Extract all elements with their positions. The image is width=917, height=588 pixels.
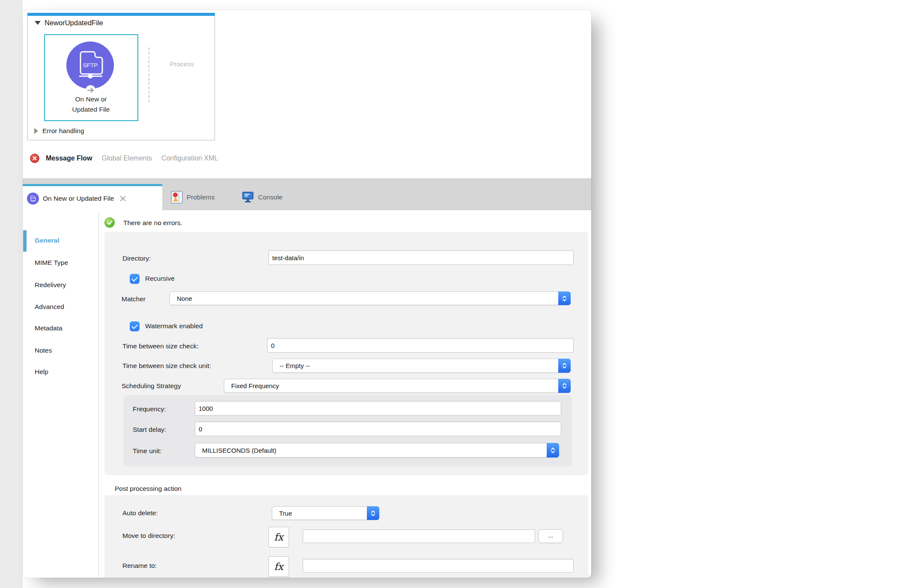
sidebar-item-advanced[interactable]: Advanced xyxy=(35,303,64,311)
tab-label: On New or Updated File xyxy=(43,195,114,202)
flow-canvas-container: NeworUpdatedFile SFTP On New or xyxy=(27,13,215,140)
process-section-label: Process xyxy=(154,60,210,68)
sidebar-item-redelivery[interactable]: Redelivery xyxy=(35,281,66,289)
recursive-checkbox[interactable] xyxy=(130,274,140,284)
chevron-up-down-icon xyxy=(558,379,571,393)
sftp-node-circle: SFTP xyxy=(66,42,114,89)
general-settings-panel: Directory: Recursive Matcher None Waterm… xyxy=(104,232,588,475)
directory-label: Directory: xyxy=(122,255,151,262)
scheduling-strategy-label: Scheduling Strategy xyxy=(122,382,181,390)
flow-arrow-icon xyxy=(86,85,95,95)
watermark-checkbox[interactable] xyxy=(130,321,140,331)
flow-accent-bar xyxy=(27,13,215,16)
tab-close-icon[interactable] xyxy=(119,195,127,202)
collapse-triangle-icon[interactable] xyxy=(35,21,41,25)
start-delay-label: Start delay: xyxy=(133,426,166,434)
console-icon-line xyxy=(244,196,248,196)
view-global-elements[interactable]: Global Elements xyxy=(101,154,152,162)
rename-to-fx-button[interactable]: fx xyxy=(268,556,289,577)
post-processing-heading: Post processing action xyxy=(115,485,182,493)
rename-to-input[interactable] xyxy=(303,559,574,573)
scheduler-subpanel: Frequency: Start delay: Time unit: MILLI… xyxy=(123,395,572,466)
size-check-unit-label: Time between size check unit: xyxy=(122,362,211,370)
flow-header[interactable]: NeworUpdatedFile xyxy=(35,19,103,27)
time-unit-label: Time unit: xyxy=(133,447,161,455)
problems-icon-fold xyxy=(179,192,179,203)
chevron-up-down-icon xyxy=(367,506,379,520)
check-icon xyxy=(131,275,138,282)
tab-console[interactable]: Console xyxy=(242,184,283,211)
sidebar-active-indicator xyxy=(23,230,27,252)
size-check-label: Time between size check: xyxy=(122,342,199,350)
console-icon xyxy=(242,192,254,203)
matcher-select-value: None xyxy=(177,295,192,302)
sidebar-item-help[interactable]: Help xyxy=(35,368,48,376)
size-check-unit-value: -- Empty -- xyxy=(280,362,310,369)
matcher-label: Matcher xyxy=(122,295,146,303)
screen: NeworUpdatedFile SFTP On New or xyxy=(0,0,917,588)
rename-to-label: Rename to: xyxy=(122,562,157,570)
matcher-select[interactable]: None xyxy=(170,291,571,305)
sidebar-divider xyxy=(98,213,99,578)
problems-icon xyxy=(171,191,183,204)
sftp-tab-icon-text: SFTP xyxy=(31,198,36,199)
console-label: Console xyxy=(258,193,283,201)
editor-view-switcher: Message Flow Global Elements Configurati… xyxy=(30,153,218,164)
scheduling-strategy-value: Fixed Frequency xyxy=(231,382,279,389)
status-message: There are no errors. xyxy=(123,219,182,227)
move-to-directory-label: Move to directory: xyxy=(122,532,175,540)
start-delay-input[interactable] xyxy=(195,422,561,436)
console-icon-line xyxy=(244,194,250,195)
post-processing-panel: Auto delete: True Move to directory: fx … xyxy=(104,495,588,578)
size-check-unit-select[interactable]: -- Empty -- xyxy=(272,359,571,373)
move-to-directory-fx-button[interactable]: fx xyxy=(268,527,289,547)
sidebar-item-general[interactable]: General xyxy=(35,237,60,244)
flow-name: NeworUpdatedFile xyxy=(45,19,103,27)
console-icon-screen xyxy=(242,192,253,199)
error-handling-section[interactable]: Error handling xyxy=(34,127,84,135)
no-errors-icon xyxy=(104,217,115,228)
app-window: NeworUpdatedFile SFTP On New or xyxy=(23,10,591,578)
move-to-directory-input[interactable] xyxy=(303,529,535,543)
chevron-up-down-icon xyxy=(547,443,559,457)
view-configuration-xml[interactable]: Configuration XML xyxy=(161,154,218,162)
scheduling-strategy-select[interactable]: Fixed Frequency xyxy=(224,379,571,393)
view-message-flow[interactable]: Message Flow xyxy=(46,154,92,162)
sftp-source-node[interactable]: SFTP On New or Updated File xyxy=(44,34,138,121)
tab-problems[interactable]: Problems xyxy=(171,184,214,211)
node-title: On New or Updated File xyxy=(45,94,137,115)
auto-delete-value: True xyxy=(279,510,292,517)
sidebar-item-notes[interactable]: Notes xyxy=(35,347,52,354)
chevron-up-down-icon xyxy=(558,359,571,373)
desktop-gutter xyxy=(0,0,23,588)
console-icon-base xyxy=(245,201,251,202)
tab-on-new-or-updated-file[interactable]: SFTP On New or Updated File xyxy=(23,184,162,211)
sftp-tab-icon: SFTP xyxy=(27,193,39,205)
time-unit-value: MILLISECONDS (Default) xyxy=(202,447,276,454)
auto-delete-label: Auto delete: xyxy=(122,509,158,517)
problems-label: Problems xyxy=(187,193,214,201)
frequency-input[interactable] xyxy=(195,401,561,416)
watermark-label: Watermark enabled xyxy=(145,322,203,330)
size-check-input[interactable] xyxy=(267,338,574,353)
recursive-label: Recursive xyxy=(145,275,175,282)
node-title-line2: Updated File xyxy=(45,104,137,115)
sidebar-item-metadata[interactable]: Metadata xyxy=(35,324,63,332)
sftp-icon-text: SFTP xyxy=(83,62,98,68)
flow-section-divider xyxy=(149,48,149,102)
move-to-directory-browse-button[interactable]: ... xyxy=(538,529,563,543)
node-title-line1: On New or xyxy=(45,94,137,104)
frequency-label: Frequency: xyxy=(133,405,166,413)
check-icon xyxy=(131,323,138,329)
chevron-up-down-icon xyxy=(558,291,571,305)
problems-icon-warning-triangle xyxy=(173,197,178,202)
error-handling-label: Error handling xyxy=(42,127,84,135)
flow-error-badge-icon xyxy=(30,154,39,163)
auto-delete-select[interactable]: True xyxy=(272,506,379,520)
sftp-folder-icon: SFTP xyxy=(66,42,114,89)
sidebar-item-mime-type[interactable]: MIME Type xyxy=(35,259,68,267)
expand-triangle-icon[interactable] xyxy=(34,128,38,134)
properties-tabbar: SFTP On New or Updated File Problems xyxy=(23,178,591,210)
time-unit-select[interactable]: MILLISECONDS (Default) xyxy=(195,443,559,457)
directory-input[interactable] xyxy=(268,250,574,265)
